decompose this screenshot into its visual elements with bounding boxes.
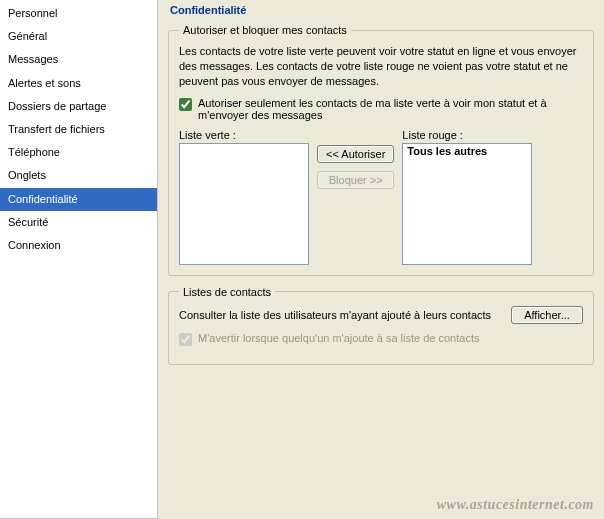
notify-label: M'avertir lorsque quelqu'un m'ajoute à s… (198, 332, 479, 344)
only-green-label: Autoriser seulement les contacts de ma l… (198, 97, 583, 121)
page-title: Confidentialité (170, 4, 594, 16)
sidebar-item-dossiers[interactable]: Dossiers de partage (0, 95, 157, 118)
content-panel: Confidentialité Autoriser et bloquer mes… (158, 0, 604, 519)
contacts-group: Listes de contacts Consulter la liste de… (168, 286, 594, 365)
green-listbox[interactable] (179, 143, 309, 265)
consult-text: Consulter la liste des utilisateurs m'ay… (179, 309, 491, 321)
sidebar-item-telephone[interactable]: Téléphone (0, 141, 157, 164)
authorize-button[interactable]: << Autoriser (317, 145, 394, 163)
red-list-label: Liste rouge : (402, 129, 532, 141)
sidebar-item-securite[interactable]: Sécurité (0, 211, 157, 234)
sidebar-item-confidentialite[interactable]: Confidentialité (0, 188, 157, 211)
red-listbox[interactable]: Tous les autres (402, 143, 532, 265)
sidebar-item-personnel[interactable]: Personnel (0, 2, 157, 25)
allow-block-description: Les contacts de votre liste verte peuven… (179, 44, 583, 89)
settings-sidebar: Personnel Général Messages Alertes et so… (0, 0, 158, 519)
block-button[interactable]: Bloquer >> (317, 171, 394, 189)
only-green-checkbox[interactable] (179, 98, 192, 111)
list-item[interactable]: Tous les autres (405, 145, 529, 157)
watermark: www.astucesinternet.com (437, 497, 594, 513)
allow-block-legend: Autoriser et bloquer mes contacts (179, 24, 351, 36)
sidebar-item-connexion[interactable]: Connexion (0, 234, 157, 257)
sidebar-item-transfert[interactable]: Transfert de fichiers (0, 118, 157, 141)
sidebar-item-onglets[interactable]: Onglets (0, 164, 157, 187)
allow-block-group: Autoriser et bloquer mes contacts Les co… (168, 24, 594, 276)
show-button[interactable]: Afficher... (511, 306, 583, 324)
notify-checkbox (179, 333, 192, 346)
green-list-label: Liste verte : (179, 129, 309, 141)
sidebar-item-general[interactable]: Général (0, 25, 157, 48)
sidebar-item-alertes[interactable]: Alertes et sons (0, 72, 157, 95)
sidebar-item-messages[interactable]: Messages (0, 48, 157, 71)
contacts-legend: Listes de contacts (179, 286, 275, 298)
